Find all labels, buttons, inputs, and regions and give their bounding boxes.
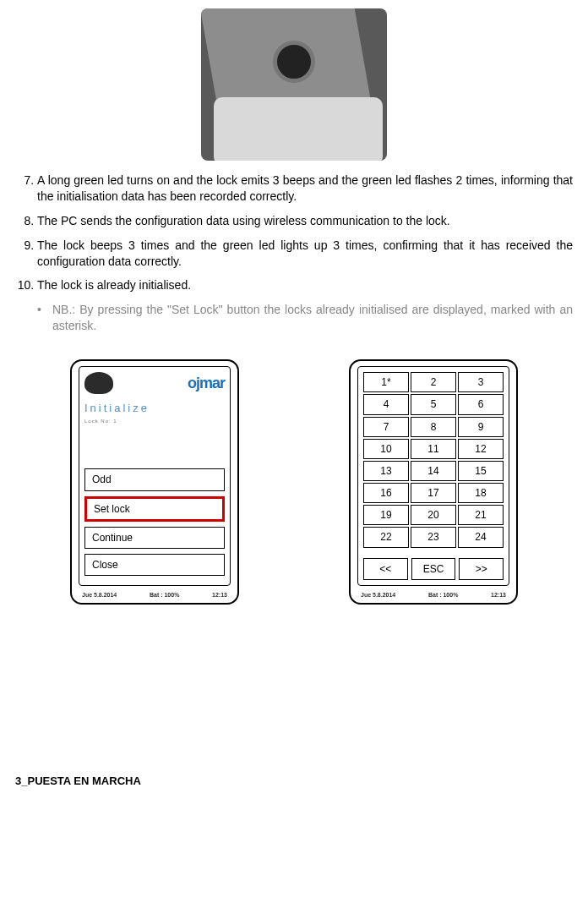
lock-cell[interactable]: 10 xyxy=(363,439,409,459)
lock-cell[interactable]: 12 xyxy=(458,439,504,459)
lock-cell[interactable]: 21 xyxy=(458,505,504,525)
esc-button[interactable]: ESC xyxy=(411,558,456,580)
lock-cell[interactable]: 11 xyxy=(411,439,456,459)
brand-logo-icon xyxy=(84,372,113,394)
lock-cell[interactable]: 1* xyxy=(363,372,409,392)
continue-button[interactable]: Continue xyxy=(84,527,225,549)
status-time: 12:13 xyxy=(491,591,506,599)
lock-cell[interactable]: 19 xyxy=(363,505,409,525)
lock-cell[interactable]: 20 xyxy=(411,505,456,525)
step-8: The PC sends the configuration data usin… xyxy=(37,213,573,229)
lock-cell[interactable]: 7 xyxy=(363,417,409,437)
screen-title: Initialize xyxy=(84,401,225,416)
step-10: The lock is already initialised. xyxy=(37,277,573,293)
lock-cell[interactable]: 9 xyxy=(458,417,504,437)
lock-cell[interactable]: 5 xyxy=(411,394,456,414)
lock-cell[interactable]: 17 xyxy=(411,483,456,503)
lock-cell[interactable]: 2 xyxy=(411,372,456,392)
odd-button[interactable]: Odd xyxy=(84,468,225,490)
lock-cell[interactable]: 14 xyxy=(411,461,456,481)
lock-cell[interactable]: 6 xyxy=(458,394,504,414)
bullet-icon: • xyxy=(37,302,52,334)
step-list: A long green led turns on and the lock e… xyxy=(15,172,573,293)
set-lock-button[interactable]: Set lock xyxy=(84,496,225,522)
close-button[interactable]: Close xyxy=(84,554,225,576)
status-date: Jue 5.8.2014 xyxy=(361,591,395,599)
lock-number-grid: 1* 2 3 4 5 6 7 8 9 10 11 12 13 14 15 16 … xyxy=(363,372,504,548)
status-time: 12:13 xyxy=(212,591,227,599)
status-bar: Jue 5.8.2014 Bat : 100% 12:13 xyxy=(357,591,509,599)
lock-cell[interactable]: 18 xyxy=(458,483,504,503)
step-9: The lock beeps 3 times and the green led… xyxy=(37,238,573,270)
next-button[interactable]: >> xyxy=(459,558,504,580)
lock-cell[interactable]: 15 xyxy=(458,461,504,481)
lock-cell[interactable]: 8 xyxy=(411,417,456,437)
brand-name: ojmar xyxy=(188,373,225,393)
note-block: • NB.: By pressing the "Set Lock" button… xyxy=(37,302,573,334)
device-photo xyxy=(201,8,387,161)
lock-cell[interactable]: 24 xyxy=(458,527,504,547)
status-bar: Jue 5.8.2014 Bat : 100% 12:13 xyxy=(79,591,231,599)
screen-subtitle: Lock No: 1 xyxy=(84,418,225,424)
status-date: Jue 5.8.2014 xyxy=(82,591,117,599)
step-7: A long green led turns on and the lock e… xyxy=(37,172,573,205)
lock-cell[interactable]: 23 xyxy=(411,527,456,547)
prev-button[interactable]: << xyxy=(363,558,408,580)
lock-cell[interactable]: 22 xyxy=(363,527,409,547)
lock-cell[interactable]: 13 xyxy=(363,461,409,481)
status-battery: Bat : 100% xyxy=(428,591,458,599)
device-screen-initialize: ojmar Initialize Lock No: 1 Odd Set lock… xyxy=(70,359,239,604)
device-screen-lock-grid: 1* 2 3 4 5 6 7 8 9 10 11 12 13 14 15 16 … xyxy=(349,359,518,604)
note-text: NB.: By pressing the "Set Lock" button t… xyxy=(52,302,573,334)
page-footer: 3_PUESTA EN MARCHA xyxy=(15,774,573,789)
lock-cell[interactable]: 4 xyxy=(363,394,409,414)
lock-cell[interactable]: 3 xyxy=(458,372,504,392)
lock-cell[interactable]: 16 xyxy=(363,483,409,503)
status-battery: Bat : 100% xyxy=(150,591,179,599)
